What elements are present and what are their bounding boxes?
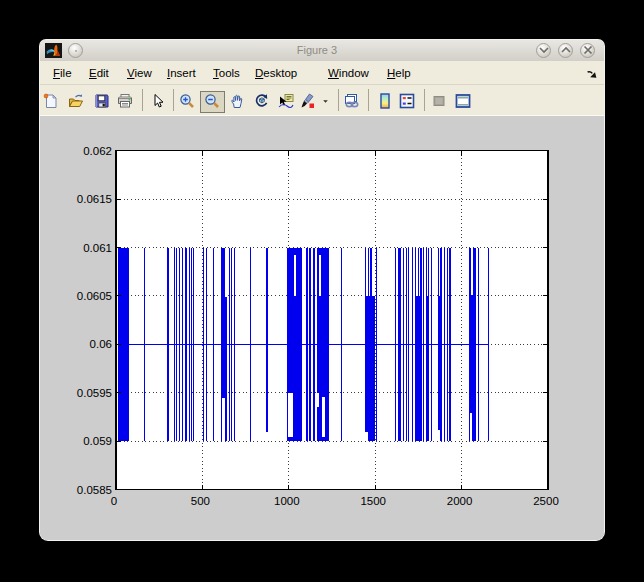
- svg-text:0.0605: 0.0605: [77, 290, 112, 302]
- svg-text:0.061: 0.061: [83, 242, 112, 254]
- svg-text:2500: 2500: [533, 495, 559, 507]
- svg-text:0.0595: 0.0595: [77, 387, 112, 399]
- svg-text:0.062: 0.062: [83, 145, 112, 157]
- svg-text:0: 0: [111, 495, 117, 507]
- svg-text:0.0615: 0.0615: [77, 193, 112, 205]
- svg-text:500: 500: [191, 495, 210, 507]
- svg-text:2000: 2000: [447, 495, 473, 507]
- svg-text:0.059: 0.059: [83, 435, 112, 447]
- svg-text:1500: 1500: [360, 495, 386, 507]
- svg-text:1000: 1000: [274, 495, 300, 507]
- svg-text:0.06: 0.06: [90, 338, 112, 350]
- svg-text:0.0585: 0.0585: [77, 484, 112, 496]
